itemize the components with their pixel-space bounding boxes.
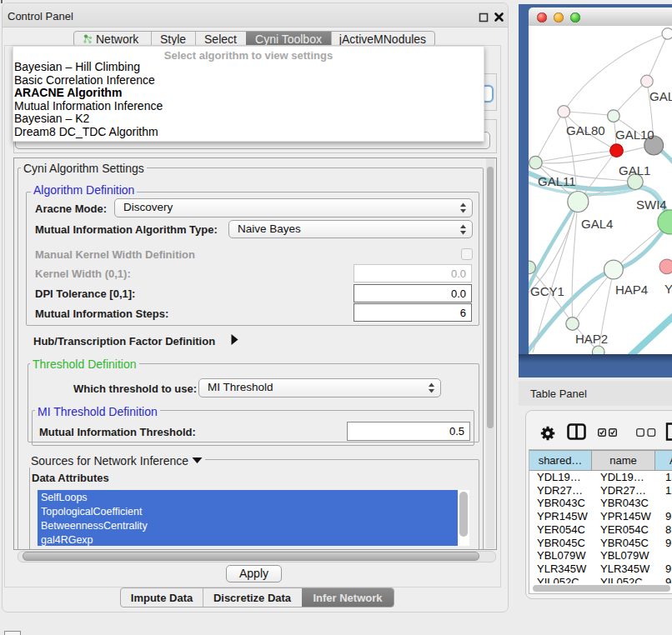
svg-text:GAL1: GAL1 bbox=[619, 163, 650, 178]
svg-text:GAL4: GAL4 bbox=[581, 217, 613, 231]
svg-text:GAL11: GAL11 bbox=[538, 174, 576, 188]
svg-text:Y: Y bbox=[664, 282, 672, 296]
svg-text:HAP4: HAP4 bbox=[615, 282, 648, 297]
svg-text:HAP2: HAP2 bbox=[575, 332, 608, 346]
svg-text:GAL80: GAL80 bbox=[566, 123, 605, 138]
svg-text:GCY1: GCY1 bbox=[530, 284, 564, 298]
svg-text:GAL10: GAL10 bbox=[615, 128, 654, 142]
svg-text:SWI4: SWI4 bbox=[636, 198, 667, 212]
svg-text:GAL8: GAL8 bbox=[649, 89, 672, 103]
